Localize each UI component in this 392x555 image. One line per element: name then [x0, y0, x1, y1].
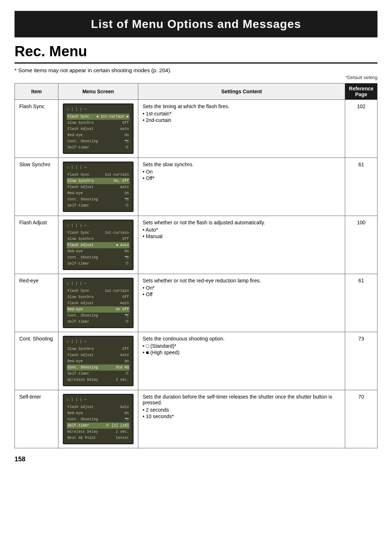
ref-cell: 73 — [345, 332, 377, 390]
settings-cell: Sets the duration before the self-timer … — [138, 390, 345, 448]
settings-cell: Sets whether or not the red-eye reductio… — [138, 274, 345, 332]
bullet-item: 1st-curtain* — [143, 111, 340, 117]
item-cell: Slow Synchro — [15, 158, 58, 216]
table-row: Slow Synchro☐| | |⋯Flash Sync1st-curtain… — [15, 158, 377, 216]
page-number: 158 — [15, 456, 377, 463]
col-header-ref: ReferencePage — [345, 83, 377, 100]
page-title: List of Menu Options and Messages — [29, 17, 363, 31]
bullet-item: 10 seconds* — [143, 413, 340, 419]
bullet-item: Off* — [143, 175, 340, 181]
ref-cell: 61 — [345, 274, 377, 332]
bullet-item: 2nd-curtain — [143, 117, 340, 123]
table-row: Flash Adjust☐| | |⋯Flash Sync1st-curtain… — [15, 216, 377, 274]
col-header-menu-screen: Menu Screen — [58, 83, 138, 100]
menu-table: Item Menu Screen Settings Content Refere… — [15, 83, 377, 448]
table-row: Cont. Shooting☐| | |⋯Slow SynchroOffFlas… — [15, 332, 377, 390]
settings-cell: Sets whether or not the flash is adjuste… — [138, 216, 345, 274]
settings-cell: Sets the continuous shooting option.□ (S… — [138, 332, 345, 390]
table-row: Flash Sync☐| | |⋯Flash Sync◄ 1st-curtain… — [15, 100, 377, 158]
bullet-item: On — [143, 169, 340, 175]
subtitle: * Some items may not appear in certain s… — [15, 67, 377, 73]
screen-cell: ☐| | |⋯Flash Sync1st-curtainSlow Synchro… — [58, 158, 138, 216]
bullet-item: Manual — [143, 233, 340, 239]
default-note: *Default setting — [15, 75, 377, 80]
screen-cell: ☐| | |⋯Flash AdjustAutoRed-eyeOnCont. Sh… — [58, 390, 138, 448]
bullet-item: ■ (High speed) — [143, 350, 340, 355]
screen-cell: ☐| | |⋯Flash Sync1st-curtainSlow Synchro… — [58, 216, 138, 274]
settings-cell: Sets the slow synchro.OnOff* — [138, 158, 345, 216]
screen-cell: ☐| | |⋯Flash Sync1st-curtainSlow Synchro… — [58, 274, 138, 332]
screen-cell: ☐| | |⋯Flash Sync◄ 1st-curtain ►Slow Syn… — [58, 100, 138, 158]
ref-cell: 102 — [345, 100, 377, 158]
settings-cell: Sets the timing at which the flash fires… — [138, 100, 345, 158]
screen-cell: ☐| | |⋯Slow SynchroOffFlash AdjustAutoRe… — [58, 332, 138, 390]
page-header: List of Menu Options and Messages — [15, 11, 377, 37]
ref-cell: 70 — [345, 390, 377, 448]
bullet-item: Off — [143, 291, 340, 297]
col-header-settings: Settings Content — [138, 83, 345, 100]
ref-cell: 100 — [345, 216, 377, 274]
bullet-item: Auto* — [143, 227, 340, 233]
bullet-item: 2 seconds — [143, 407, 340, 413]
item-cell: Cont. Shooting — [15, 332, 58, 390]
item-cell: Red-eye — [15, 274, 58, 332]
table-row: Red-eye☐| | |⋯Flash Sync1st-curtainSlow … — [15, 274, 377, 332]
ref-cell: 61 — [345, 158, 377, 216]
col-header-item: Item — [15, 83, 58, 100]
item-cell: Self-timer — [15, 390, 58, 448]
item-cell: Flash Adjust — [15, 216, 58, 274]
section-title: Rec. Menu — [15, 43, 377, 64]
bullet-item: □ (Standard)* — [143, 343, 340, 349]
bullet-item: On* — [143, 285, 340, 291]
item-cell: Flash Sync — [15, 100, 58, 158]
table-row: Self-timer☐| | |⋯Flash AdjustAutoRed-eye… — [15, 390, 377, 448]
